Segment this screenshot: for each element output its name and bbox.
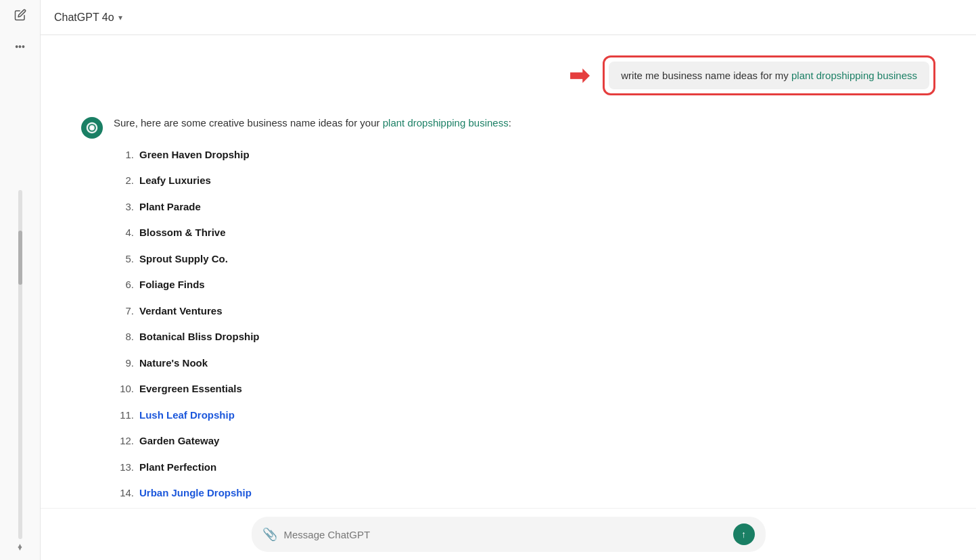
list-item: 1.Green Haven Dropship bbox=[114, 142, 935, 168]
list-item: 5.Sprout Supply Co. bbox=[114, 246, 935, 273]
list-name: Leafy Luxuries bbox=[139, 173, 211, 189]
user-message-highlight: plant dropshipping business bbox=[791, 70, 917, 81]
ai-avatar-icon bbox=[81, 117, 103, 139]
list-number: 10. bbox=[114, 381, 134, 397]
main-panel: ChatGPT 4o ▾ ➡ write me business name id… bbox=[41, 0, 976, 560]
list-number: 9. bbox=[114, 356, 134, 371]
list-name: Plant Parade bbox=[139, 200, 201, 215]
list-name: Botanical Bliss Dropship bbox=[139, 329, 260, 345]
chat-content: ➡ write me business name ideas for my pl… bbox=[41, 35, 976, 560]
list-name: Blossom & Thrive bbox=[139, 225, 226, 241]
attach-icon[interactable]: 📎 bbox=[262, 527, 277, 542]
user-message-text-before: write me business name ideas for my bbox=[621, 70, 791, 81]
arrow-icon: ➡ bbox=[569, 62, 589, 90]
list-item: 8.Botanical Bliss Dropship bbox=[114, 324, 935, 350]
list-name: Sprout Supply Co. bbox=[139, 252, 228, 267]
sidebar-more-button[interactable]: ••• bbox=[15, 41, 25, 52]
ai-intro-before: Sure, here are some creative business na… bbox=[114, 117, 383, 129]
list-item: 11.Lush Leaf Dropship bbox=[114, 402, 935, 429]
list-name: Lush Leaf Dropship bbox=[139, 408, 235, 423]
list-number: 3. bbox=[114, 200, 134, 215]
ai-intro-highlight: plant dropshipping business bbox=[383, 117, 509, 129]
list-number: 5. bbox=[114, 252, 134, 267]
message-input[interactable] bbox=[284, 529, 726, 540]
input-wrapper: 📎 ↑ bbox=[252, 517, 766, 552]
list-name: Evergreen Essentials bbox=[139, 381, 242, 397]
list-name: Plant Perfection bbox=[139, 460, 216, 475]
list-number: 12. bbox=[114, 434, 134, 449]
user-message-highlight-box: write me business name ideas for my plan… bbox=[603, 55, 935, 95]
model-selector[interactable]: ChatGPT 4o ▾ bbox=[54, 11, 122, 24]
list-item: 4.Blossom & Thrive bbox=[114, 220, 935, 246]
edit-icon[interactable] bbox=[9, 8, 31, 22]
ai-content: Sure, here are some creative business na… bbox=[114, 116, 935, 559]
list-item: 7.Verdant Ventures bbox=[114, 298, 935, 325]
list-item: 14.Urban Jungle Dropship bbox=[114, 480, 935, 507]
list-item: 13.Plant Perfection bbox=[114, 454, 935, 481]
send-button[interactable]: ↑ bbox=[733, 523, 755, 545]
user-message-row: ➡ write me business name ideas for my pl… bbox=[81, 55, 935, 95]
list-number: 7. bbox=[114, 304, 134, 319]
model-name: ChatGPT 4o bbox=[54, 11, 114, 24]
scrollbar-track bbox=[18, 190, 22, 539]
svg-point-1 bbox=[91, 126, 94, 130]
list-name: Nature's Nook bbox=[139, 356, 208, 371]
list-item: 9.Nature's Nook bbox=[114, 350, 935, 377]
list-number: 8. bbox=[114, 329, 134, 345]
list-number: 6. bbox=[114, 277, 134, 293]
bottom-input-bar: 📎 ↑ bbox=[41, 508, 976, 560]
list-number: 14. bbox=[114, 486, 134, 501]
ai-intro-text: Sure, here are some creative business na… bbox=[114, 116, 935, 131]
list-item: 6.Foliage Finds bbox=[114, 272, 935, 298]
list-name: Urban Jungle Dropship bbox=[139, 486, 252, 501]
business-list: 1.Green Haven Dropship2.Leafy Luxuries3.… bbox=[114, 142, 935, 559]
header: ChatGPT 4o ▾ bbox=[41, 0, 976, 35]
list-item: 12.Garden Gateway bbox=[114, 428, 935, 454]
list-number: 4. bbox=[114, 225, 134, 241]
list-number: 1. bbox=[114, 147, 134, 163]
list-name: Green Haven Dropship bbox=[139, 147, 250, 163]
list-number: 11. bbox=[114, 408, 134, 423]
ai-response: Sure, here are some creative business na… bbox=[81, 116, 935, 559]
list-number: 13. bbox=[114, 460, 134, 475]
list-number: 2. bbox=[114, 173, 134, 189]
user-message-bubble: write me business name ideas for my plan… bbox=[609, 62, 929, 89]
scrollbar-thumb[interactable] bbox=[18, 231, 22, 285]
list-item: 2.Leafy Luxuries bbox=[114, 168, 935, 194]
scroll-down-arrow[interactable]: ▼ bbox=[14, 542, 26, 555]
list-item: 3.Plant Parade bbox=[114, 194, 935, 220]
list-name: Verdant Ventures bbox=[139, 304, 223, 319]
list-item: 10.Evergreen Essentials bbox=[114, 376, 935, 402]
sidebar: ••• sing Nic ncy mer s ide ▲ ▼ bbox=[0, 0, 41, 560]
ai-intro-after: : bbox=[509, 117, 511, 129]
list-name: Garden Gateway bbox=[139, 434, 219, 449]
chevron-down-icon: ▾ bbox=[118, 13, 122, 22]
sidebar-history: sing Nic ncy mer s ide bbox=[4, 72, 37, 191]
list-name: Foliage Finds bbox=[139, 277, 205, 293]
